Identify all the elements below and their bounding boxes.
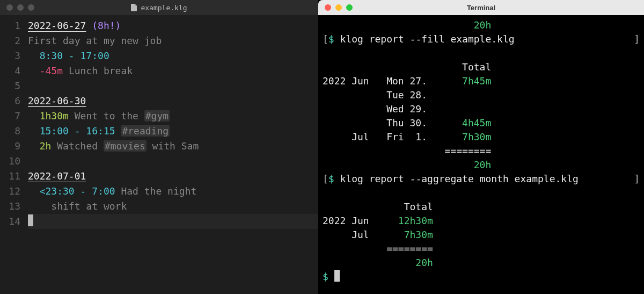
rule: ======== (386, 242, 433, 256)
code-line[interactable] (28, 154, 318, 169)
terminal-line: Thu 30.4h45m (323, 116, 640, 130)
close-icon[interactable] (6, 4, 13, 11)
code-line[interactable]: 1h30m Went to the #gym (28, 109, 318, 124)
code-line[interactable] (28, 214, 318, 229)
report-cell (352, 200, 386, 214)
line-number: 13 (0, 199, 20, 214)
token-text (69, 110, 75, 121)
report-cell (352, 116, 386, 130)
editor-body[interactable]: 1234567891011121314 2022-06-27 (8h!)Firs… (0, 15, 318, 294)
token-text (115, 185, 121, 197)
prompt: $ (328, 172, 334, 186)
token-comment: shift at work (51, 200, 127, 212)
report-cell: Jul (352, 228, 386, 242)
code-area[interactable]: 2022-06-27 (8h!)First day at my new job8… (28, 18, 318, 294)
code-line[interactable]: -45m Lunch break (28, 63, 318, 78)
terminal-line: 20h (323, 256, 640, 270)
token-time: 8:30 - 17:00 (40, 50, 109, 61)
report-cell: Mon 27. (386, 74, 444, 88)
code-line[interactable]: <23:30 - 7:00 Had the night (28, 184, 318, 199)
terminal-body[interactable]: 20h[$klog report --fill example.klg]Tota… (318, 15, 644, 287)
terminal-line: Jul7h30m (323, 228, 640, 242)
token-text (86, 20, 92, 31)
report-cell (323, 200, 352, 214)
report-cell (352, 88, 386, 102)
editor-titlebar: example.klg (0, 0, 318, 15)
token-should: (8h!) (92, 20, 121, 31)
line-number: 9 (0, 139, 20, 154)
code-line[interactable]: 2022-07-01 (28, 169, 318, 184)
terminal-line: Wed 29. (323, 102, 640, 116)
editor-filename: example.klg (141, 4, 187, 12)
code-line[interactable]: 2022-06-27 (8h!) (28, 18, 318, 33)
code-line[interactable]: shift at work (28, 199, 318, 214)
terminal-line: 2022Jun12h30m (323, 214, 640, 228)
token-dur: 2h (40, 140, 52, 152)
terminal-pane: Terminal 20h[$klog report --fill example… (318, 0, 644, 294)
report-cell (323, 116, 352, 130)
code-line[interactable]: 15:00 - 16:15 #reading (28, 124, 318, 139)
code-line[interactable]: 8:30 - 17:00 (28, 48, 318, 63)
line-number: 1 (0, 18, 20, 33)
line-number: 12 (0, 184, 20, 199)
code-line[interactable]: 2h Watched #movies with Sam (28, 139, 318, 154)
report-cell (323, 256, 352, 270)
token-tag: #movies (104, 140, 147, 152)
code-line[interactable] (28, 78, 318, 94)
report-cell (445, 88, 492, 102)
line-number: 8 (0, 124, 20, 139)
report-cell (323, 242, 352, 256)
token-comment: Watched (57, 140, 104, 152)
report-cell: 20h (386, 256, 433, 270)
token-comment: Went to the (75, 110, 144, 121)
line-number: 11 (0, 169, 20, 184)
zoom-icon[interactable] (28, 4, 34, 11)
report-cell (323, 88, 352, 102)
line-number: 2 (0, 33, 20, 48)
token-neg: -45m (40, 65, 63, 76)
report-cell: Total (445, 60, 492, 74)
line-number: 10 (0, 154, 20, 169)
terminal-line: $ (323, 270, 640, 284)
report-cell (352, 158, 386, 172)
line-number: 6 (0, 94, 20, 109)
report-cell: 2022 (323, 74, 352, 88)
bracket-icon: [ (323, 32, 328, 46)
report-cell: Wed 29. (386, 102, 444, 116)
editor-title: example.klg (0, 4, 318, 12)
report-cell (323, 228, 352, 242)
report-cell: Thu 30. (386, 116, 444, 130)
report-cell: 4h45m (445, 116, 492, 130)
report-cell: 7h30m (386, 228, 433, 242)
report-cell (352, 144, 386, 158)
token-time: <23:30 - 7:00 (40, 185, 115, 197)
prompt[interactable]: $ (323, 270, 328, 284)
rule: ======== (445, 144, 492, 158)
report-cell: 12h30m (386, 214, 433, 228)
report-cell (386, 144, 444, 158)
report-cell: Jun (352, 74, 386, 88)
file-icon (131, 4, 137, 11)
token-comment: First day at my new job (28, 35, 162, 46)
editor-pane: example.klg 1234567891011121314 2022-06-… (0, 0, 318, 294)
code-line[interactable]: First day at my new job (28, 33, 318, 48)
terminal-line: Tue 28. (323, 88, 640, 102)
line-number-gutter: 1234567891011121314 (0, 18, 28, 294)
report-cell (352, 60, 386, 74)
code-line[interactable]: 2022-06-30 (28, 94, 318, 109)
report-cell (323, 158, 352, 172)
token-tag: #reading (121, 125, 170, 137)
minimize-icon[interactable] (335, 4, 342, 11)
report-cell (386, 158, 444, 172)
token-comment: Lunch break (69, 65, 133, 76)
close-icon[interactable] (325, 4, 331, 11)
line-number: 4 (0, 63, 20, 78)
zoom-icon[interactable] (346, 4, 353, 11)
report-cell: 7h45m (445, 74, 492, 88)
minimize-icon[interactable] (17, 4, 24, 11)
report-cell: 20h (445, 158, 492, 172)
token-text (51, 140, 57, 152)
report-cell: 20h (445, 18, 492, 32)
report-cell (323, 130, 352, 144)
terminal-titlebar: Terminal (318, 0, 644, 15)
